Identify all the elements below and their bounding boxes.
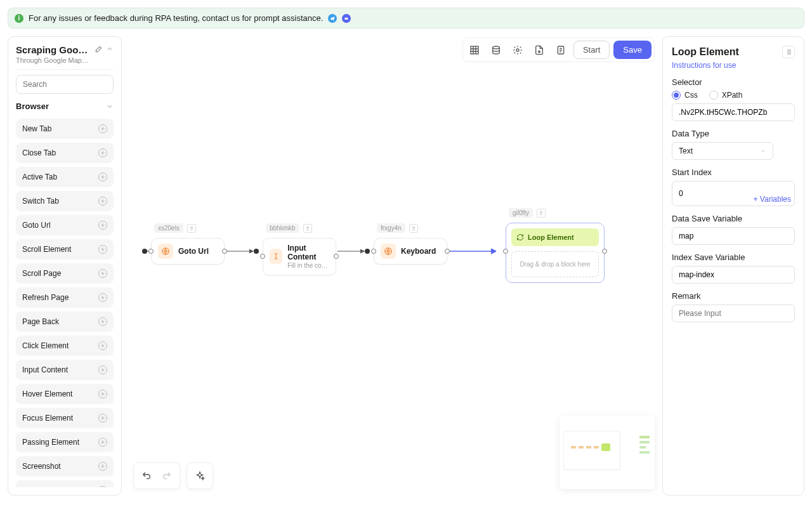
indexsave-input[interactable]	[672, 266, 795, 284]
block-list: New TabClose TabActive TabSwitch TabGoto…	[16, 119, 114, 487]
instructions-link[interactable]: Instructions for use	[672, 61, 795, 70]
plus-icon[interactable]	[98, 365, 107, 374]
grid-icon[interactable]	[466, 41, 483, 59]
alert-text: For any issues or feedback during RPA te…	[29, 13, 323, 23]
plus-icon[interactable]	[98, 486, 107, 487]
block-item[interactable]: Active Tab	[16, 167, 114, 187]
plus-icon[interactable]	[98, 197, 107, 206]
start-button[interactable]: Start	[573, 41, 610, 59]
category-browser[interactable]: Browser	[16, 99, 114, 114]
svg-point-3	[516, 49, 519, 51]
telegram-icon[interactable]	[328, 14, 337, 23]
block-item[interactable]: Input Content	[16, 360, 114, 380]
notes-icon[interactable]	[552, 41, 570, 59]
block-item[interactable]: Page Back	[16, 312, 114, 332]
block-item[interactable]: Refresh Page	[16, 287, 114, 308]
datatype-select[interactable]: Text	[672, 142, 773, 160]
list-icon[interactable]	[782, 46, 795, 58]
properties-panel: Loop Element Instructions for use Select…	[662, 36, 804, 495]
project-title: Scraping Google...	[16, 44, 91, 55]
plus-icon[interactable]	[98, 317, 107, 326]
start-node[interactable]	[142, 249, 147, 254]
svg-rect-1	[471, 46, 478, 54]
save-button[interactable]: Save	[613, 41, 652, 59]
loop-drop-zone[interactable]: Drag & drop a block here	[511, 251, 599, 277]
plus-icon[interactable]	[98, 341, 107, 350]
chevron-up-icon[interactable]	[106, 45, 114, 53]
block-item[interactable]: Passing Element	[16, 432, 114, 452]
plus-icon[interactable]	[98, 221, 107, 230]
undo-icon[interactable]	[138, 467, 155, 485]
export-icon[interactable]	[530, 41, 548, 59]
svg-rect-0	[345, 17, 348, 19]
node-loop-element[interactable]: gil0fty Loop Element Drag & drop a block…	[506, 223, 605, 283]
svg-point-10	[365, 249, 370, 254]
plus-icon[interactable]	[98, 414, 107, 423]
stack-icon[interactable]	[487, 41, 505, 59]
flow-canvas[interactable]: Start Save xs20els Goto Url	[129, 36, 655, 495]
refresh-icon	[516, 233, 524, 241]
project-subtitle: Through Google Maps to ret...	[16, 56, 91, 64]
block-item[interactable]: Scroll Element	[16, 239, 114, 259]
svg-point-2	[493, 46, 500, 49]
block-item[interactable]: Scroll Page	[16, 263, 114, 284]
selector-input[interactable]	[672, 103, 795, 121]
datasave-input[interactable]	[672, 227, 795, 245]
block-item[interactable]: Hover Element	[16, 384, 114, 404]
chevron-down-icon	[760, 148, 766, 154]
block-item[interactable]: JavaScript	[16, 480, 114, 487]
plus-icon[interactable]	[98, 245, 107, 254]
search-input[interactable]	[16, 75, 114, 94]
minimap[interactable]	[560, 416, 655, 489]
node-input-content[interactable]: bbhkmkb Input ContentFill in the cont...	[263, 238, 336, 275]
svg-point-8	[254, 249, 259, 254]
text-cursor-icon	[270, 249, 282, 264]
redo-icon[interactable]	[158, 467, 176, 485]
plus-icon[interactable]	[98, 269, 107, 278]
block-item[interactable]: New Tab	[16, 119, 114, 139]
gear-icon[interactable]	[509, 41, 527, 59]
panel-title: Loop Element	[672, 46, 739, 58]
block-item[interactable]: Close Tab	[16, 143, 114, 163]
trash-icon[interactable]	[187, 224, 196, 233]
alert-bar: i For any issues or feedback during RPA …	[8, 8, 804, 29]
block-item[interactable]: Switch Tab	[16, 191, 114, 211]
globe-icon	[381, 244, 396, 259]
discord-icon[interactable]	[342, 14, 351, 23]
plus-icon[interactable]	[98, 438, 107, 447]
block-item[interactable]: Click Element	[16, 336, 114, 356]
variables-link[interactable]: + Variables	[751, 195, 794, 204]
radio-xpath[interactable]: XPath	[709, 91, 743, 100]
block-item[interactable]: Focus Element	[16, 408, 114, 428]
plus-icon[interactable]	[98, 124, 107, 133]
trash-icon[interactable]	[303, 224, 312, 233]
plus-icon[interactable]	[98, 462, 107, 471]
plus-icon[interactable]	[98, 148, 107, 157]
radio-css[interactable]: Css	[672, 91, 698, 100]
block-item[interactable]: Goto Url	[16, 215, 114, 235]
trash-icon[interactable]	[537, 209, 546, 218]
info-icon: i	[15, 14, 23, 23]
sparkle-icon[interactable]	[191, 467, 209, 485]
plus-icon[interactable]	[98, 173, 107, 181]
trash-icon[interactable]	[409, 224, 418, 233]
block-palette: Scraping Google... Through Google Maps t…	[8, 36, 122, 495]
remark-input[interactable]	[672, 305, 795, 322]
block-item[interactable]: Screenshot	[16, 456, 114, 476]
node-keyboard[interactable]: frxgy4n Keyboard	[374, 238, 447, 265]
plus-icon[interactable]	[98, 390, 107, 398]
canvas-toolbar: Start Save	[462, 37, 655, 62]
chevron-down-icon	[106, 103, 114, 110]
globe-icon	[158, 244, 173, 259]
plus-icon[interactable]	[98, 293, 107, 302]
edit-icon[interactable]	[95, 44, 103, 53]
node-goto-url[interactable]: xs20els Goto Url	[151, 238, 225, 265]
